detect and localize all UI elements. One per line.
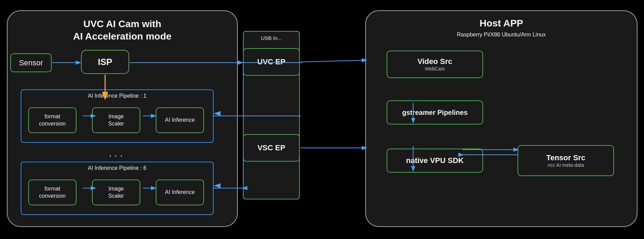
gstreamer-title: gstreamer Pipelines xyxy=(402,109,468,117)
host-title: Host APP xyxy=(366,18,637,29)
sensor-box: Sensor xyxy=(10,53,52,72)
pipeline-6-inference-box: AI Inference xyxy=(156,180,204,205)
pipeline-6-panel: AI Inference Pipeline : 6 formatconversi… xyxy=(21,162,214,215)
pipeline-1-panel: AI Inference Pipeline : 1 formatconversi… xyxy=(21,89,214,143)
host-subtitle: Raspberry Pi/X86 Ubuntu/Arm Linux xyxy=(366,32,637,38)
pipeline-6-label: AI Inference Pipeline : 6 xyxy=(21,165,213,171)
pipeline-6-inference-label: AI Inference xyxy=(165,189,195,196)
sensor-label: Sensor xyxy=(19,58,43,67)
pipeline-6-scaler-label: ImageScaler xyxy=(108,185,124,200)
uvc-title: UVC AI Cam with AI Acceleration mode xyxy=(8,18,237,43)
uvc-ep-box: UVC EP xyxy=(243,48,300,76)
uvc-title-line1: UVC AI Cam with xyxy=(83,19,161,29)
uvc-title-line2: AI Acceleration mode xyxy=(73,31,171,42)
video-src-title: Video Src xyxy=(417,57,452,66)
dots-label: ... xyxy=(109,148,125,159)
tensor-src-title: Tensor Src xyxy=(546,153,585,162)
uvcep-to-videosrc xyxy=(301,60,366,62)
pipeline-1-inference-label: AI Inference xyxy=(165,117,195,124)
uvc-ep-label: UVC EP xyxy=(257,57,286,66)
video-src-sub: WebCam xyxy=(425,66,445,72)
pipeline-6-format-label: formatconversion xyxy=(39,185,65,200)
pipeline-1-inference-box: AI Inference xyxy=(156,107,204,133)
native-vpu-box: native VPU SDK xyxy=(387,149,483,173)
pipeline-1-scaler-label: ImageScaler xyxy=(108,113,124,128)
video-src-box: Video Src WebCam xyxy=(387,51,483,78)
tensor-src-box: Tensor Src ncc AI meta-data xyxy=(518,145,614,176)
pipeline-6-scaler-box: ImageScaler xyxy=(92,180,140,205)
dots-row: ... xyxy=(21,148,214,159)
pipeline-1-format-label: formatconversion xyxy=(39,113,65,128)
pipeline-1-scaler-box: ImageScaler xyxy=(92,107,140,133)
gstreamer-box: gstreamer Pipelines xyxy=(387,100,483,124)
isp-box: ISP xyxy=(81,50,129,74)
vsc-ep-label: VSC EP xyxy=(257,143,285,152)
host-panel: Host APP Raspberry Pi/X86 Ubuntu/Arm Lin… xyxy=(365,10,637,227)
pipeline-1-format-box: formatconversion xyxy=(28,107,76,133)
vsc-ep-box: VSC EP xyxy=(243,134,300,162)
diagram: UVC AI Cam with AI Acceleration mode Sen… xyxy=(0,0,644,239)
native-vpu-title: native VPU SDK xyxy=(406,156,464,165)
pipeline-6-format-box: formatconversion xyxy=(28,180,76,205)
usb-label: USB In... xyxy=(244,35,299,41)
tensor-src-sub: ncc AI meta-data xyxy=(548,162,584,168)
pipeline-1-label: AI Inference Pipeline : 1 xyxy=(21,93,213,99)
isp-label: ISP xyxy=(98,57,112,67)
